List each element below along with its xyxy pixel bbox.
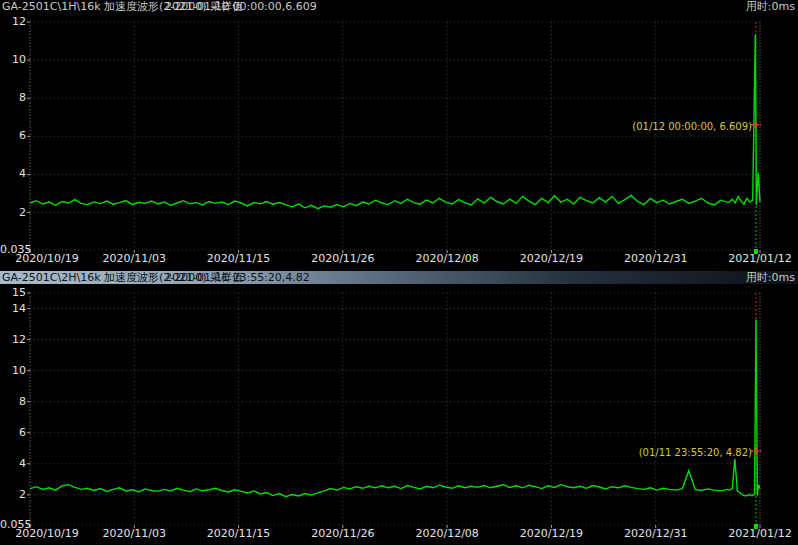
x-axis-tick-label: 2021/01/12 [725, 528, 795, 540]
x-axis-tick-label: 2020/11/03 [99, 528, 169, 540]
y-axis-tick-label: 4 [0, 168, 26, 180]
x-axis-tick-label: 2020/10/19 [12, 528, 82, 540]
x-axis-tick-label: 2020/12/08 [412, 528, 482, 540]
plot-area-2h[interactable] [30, 293, 760, 525]
elapsed-time: 用时:0ms [746, 0, 795, 14]
y-axis-tick-label: 2 [0, 207, 26, 219]
y-axis-tick-label: 8 [0, 92, 26, 104]
panel-header-1h[interactable]: GA-2501C\1H\16k 加速度波形(2-2000).采样值 2021-0… [0, 0, 798, 14]
x-axis-tick-label: 2020/12/08 [412, 253, 482, 265]
waveform-monitor-window: GA-2501C\1H\16k 加速度波形(2-2000).采样值 2021-0… [0, 0, 798, 545]
x-axis-tick-label: 2020/12/31 [621, 253, 691, 265]
panel-header-2h-selected[interactable]: GA-2501C\2H\16k 加速度波形(2-2000).采样值 2021-0… [0, 271, 798, 284]
y-axis-tick-label: 2 [0, 489, 26, 501]
x-axis-tick-label: 2020/11/03 [99, 253, 169, 265]
x-axis-tick-label: 2020/12/19 [516, 528, 586, 540]
y-axis-tick-label: 10 [0, 54, 26, 66]
x-axis-tick-label: 2020/10/19 [12, 253, 82, 265]
x-axis-tick-label: 2020/11/26 [308, 528, 378, 540]
x-axis-tick-label: 2020/12/31 [621, 528, 691, 540]
y-axis-tick-label: 15 [0, 287, 26, 299]
y-axis-tick-label: 14 [0, 303, 26, 315]
x-axis-tick-label: 2020/11/15 [204, 528, 274, 540]
elapsed-time: 用时:0ms [746, 271, 795, 284]
y-axis-tick-label: 6 [0, 130, 26, 142]
y-axis-tick-label: 12 [0, 334, 26, 346]
y-axis-tick-label: 12 [0, 16, 26, 28]
y-axis-tick-label: 6 [0, 427, 26, 439]
x-axis-tick-label: 2020/11/26 [308, 253, 378, 265]
y-axis-tick-label: 8 [0, 396, 26, 408]
y-axis-tick-label: 4 [0, 458, 26, 470]
x-axis-tick-label: 2021/01/12 [725, 253, 795, 265]
cursor-readout: 2021-01-12 00:00:00,6.609 [165, 0, 317, 14]
x-axis-tick-label: 2020/11/15 [204, 253, 274, 265]
y-axis-tick-label: 10 [0, 365, 26, 377]
cursor-readout: 2021-01-11 23:55:20,4.82 [165, 271, 310, 284]
x-axis-tick-label: 2020/12/19 [516, 253, 586, 265]
plot-area-1h[interactable] [30, 22, 760, 250]
